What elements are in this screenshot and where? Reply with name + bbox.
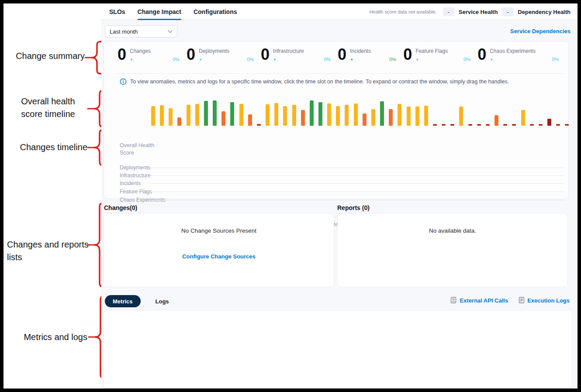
info-icon bbox=[120, 78, 127, 85]
health-score-bar[interactable] bbox=[407, 107, 411, 126]
trend-up-icon: ▲ bbox=[415, 58, 419, 61]
health-score-bar[interactable] bbox=[213, 100, 217, 126]
summary-tile-body: Chaos Experiments▲0% bbox=[490, 46, 559, 63]
header-tabs: SLOsChange ImpactConfigurations bbox=[109, 3, 237, 20]
summary-label: Feature Flags bbox=[415, 48, 470, 54]
health-score-bar[interactable] bbox=[274, 103, 278, 126]
summary-tile-body: Deployments▲0% bbox=[199, 46, 254, 63]
screenshot-frame: Change summary Overall health score time… bbox=[3, 3, 578, 389]
summary-tile-chaos-experiments: 0Chaos Experiments▲0% bbox=[477, 46, 559, 63]
health-score-bar[interactable] bbox=[204, 101, 208, 126]
external-api-calls-link[interactable]: External API Calls bbox=[450, 297, 508, 304]
health-score-bar[interactable] bbox=[371, 109, 375, 126]
summary-count: 0 bbox=[338, 46, 346, 63]
summary-trend: ▲0% bbox=[130, 57, 180, 62]
health-score-bar[interactable] bbox=[345, 105, 349, 126]
dependency-health-badge: - bbox=[502, 7, 513, 16]
trend-up-icon: ▲ bbox=[273, 58, 277, 61]
health-score-bar[interactable] bbox=[442, 124, 446, 126]
tab-logs[interactable]: Logs bbox=[148, 295, 177, 307]
health-score-bar[interactable] bbox=[230, 102, 234, 126]
external-api-calls-label: External API Calls bbox=[460, 297, 508, 304]
health-score-bar[interactable] bbox=[539, 124, 543, 126]
tab-configurations[interactable]: Configurations bbox=[194, 3, 237, 20]
summary-label: Deployments bbox=[199, 48, 254, 54]
health-score-bar[interactable] bbox=[565, 124, 569, 126]
metrics-logs-tabs: MetricsLogs bbox=[105, 295, 177, 307]
execution-logs-link[interactable]: Execution Logs bbox=[519, 297, 570, 304]
health-score-bar[interactable] bbox=[380, 101, 384, 126]
health-score-bar[interactable] bbox=[221, 111, 225, 126]
trend-up-icon: ▲ bbox=[199, 58, 202, 61]
health-score-bar[interactable] bbox=[521, 110, 525, 126]
health-score-bar[interactable] bbox=[547, 119, 551, 126]
summary-tile-changes: 0Changes▲0% bbox=[118, 46, 180, 63]
configure-change-sources-link[interactable]: Configure Change Sources bbox=[182, 253, 256, 260]
timeline-row-line bbox=[150, 200, 565, 200]
health-score-bar[interactable] bbox=[283, 106, 287, 126]
health-score-bar[interactable] bbox=[169, 108, 173, 126]
health-score-bar[interactable] bbox=[160, 105, 164, 126]
health-score-bar[interactable] bbox=[477, 124, 481, 126]
tab-change-impact[interactable]: Change Impact bbox=[138, 3, 181, 20]
timeline-row-label: Incidents bbox=[120, 180, 141, 186]
dependency-health-label: Dependency Health bbox=[518, 9, 571, 15]
summary-tile-feature-flags: 0Feature Flags▲0% bbox=[403, 46, 470, 63]
health-score-bar[interactable] bbox=[266, 104, 270, 126]
health-score-bar[interactable] bbox=[389, 109, 393, 126]
health-score-bar[interactable] bbox=[292, 105, 296, 126]
timeline-row-label: Deployments bbox=[120, 165, 150, 171]
health-score-bar[interactable] bbox=[301, 110, 305, 126]
health-score-bar[interactable] bbox=[450, 124, 454, 126]
timeline-row-line bbox=[150, 183, 565, 184]
health-score-bar[interactable] bbox=[424, 106, 428, 126]
health-score-bar[interactable] bbox=[177, 117, 181, 126]
time-range-select[interactable]: Last month bbox=[105, 25, 177, 38]
health-score-bar[interactable] bbox=[354, 103, 358, 126]
health-score-bar[interactable] bbox=[336, 106, 340, 126]
execution-logs-label: Execution Logs bbox=[527, 297, 570, 304]
summary-trend: ▲0% bbox=[199, 57, 254, 62]
health-score-bar[interactable] bbox=[318, 102, 322, 126]
summary-count: 0 bbox=[477, 46, 486, 63]
summary-tile-body: Feature Flags▲0% bbox=[415, 46, 470, 63]
summary-tile-deployments: 0Deployments▲0% bbox=[187, 46, 254, 63]
health-score-bar[interactable] bbox=[530, 124, 534, 126]
health-score-bar[interactable] bbox=[503, 124, 507, 126]
health-score-bar[interactable] bbox=[239, 104, 243, 126]
tab-slos[interactable]: SLOs bbox=[109, 3, 125, 20]
health-score-bar[interactable] bbox=[433, 124, 437, 126]
api-doc-icon bbox=[450, 297, 457, 304]
changes-panel: No Change Sources Present Configure Chan… bbox=[104, 213, 334, 287]
health-score-bar[interactable] bbox=[512, 124, 516, 126]
health-score-bar[interactable] bbox=[468, 124, 472, 126]
tab-metrics[interactable]: Metrics bbox=[105, 295, 141, 307]
app-panel: SLOsChange ImpactConfigurations Health s… bbox=[101, 3, 578, 389]
health-score-bar[interactable] bbox=[187, 105, 190, 126]
summary-count: 0 bbox=[261, 46, 270, 63]
health-score-bar[interactable] bbox=[459, 107, 463, 126]
change-impact-card: 0Changes▲0%0Deployments▲0%0Infrastructur… bbox=[104, 41, 569, 199]
summary-trend: ▲0% bbox=[415, 57, 470, 62]
health-score-bar[interactable] bbox=[415, 107, 419, 126]
service-dependencies-link[interactable]: Service Dependencies bbox=[510, 28, 571, 34]
health-score-bar[interactable] bbox=[248, 114, 252, 126]
summary-tile-infrastructure: 0Infrastructure▲0% bbox=[261, 46, 331, 63]
summary-label: Changes bbox=[130, 48, 180, 54]
metrics-links: External API Calls Execution Logs bbox=[450, 297, 570, 304]
health-score-bar[interactable] bbox=[556, 124, 560, 126]
health-score-bar[interactable] bbox=[363, 113, 367, 126]
trend-up-icon: ▲ bbox=[130, 58, 133, 61]
overall-health-score-label: Overall Health Score bbox=[120, 142, 160, 157]
health-score-bar[interactable] bbox=[486, 124, 490, 126]
header-health-cluster: Health score data not available. - Servi… bbox=[370, 3, 571, 20]
reports-panel-title: Reports (0) bbox=[337, 204, 370, 211]
health-score-bar[interactable] bbox=[257, 124, 261, 126]
health-score-bar[interactable] bbox=[310, 100, 314, 126]
health-score-bar[interactable] bbox=[195, 104, 199, 126]
health-score-bar[interactable] bbox=[151, 106, 155, 126]
health-score-bar[interactable] bbox=[495, 115, 498, 126]
health-score-bar[interactable] bbox=[327, 103, 331, 126]
health-score-bar[interactable] bbox=[398, 104, 401, 126]
health-score-bar-chart[interactable] bbox=[151, 100, 569, 126]
